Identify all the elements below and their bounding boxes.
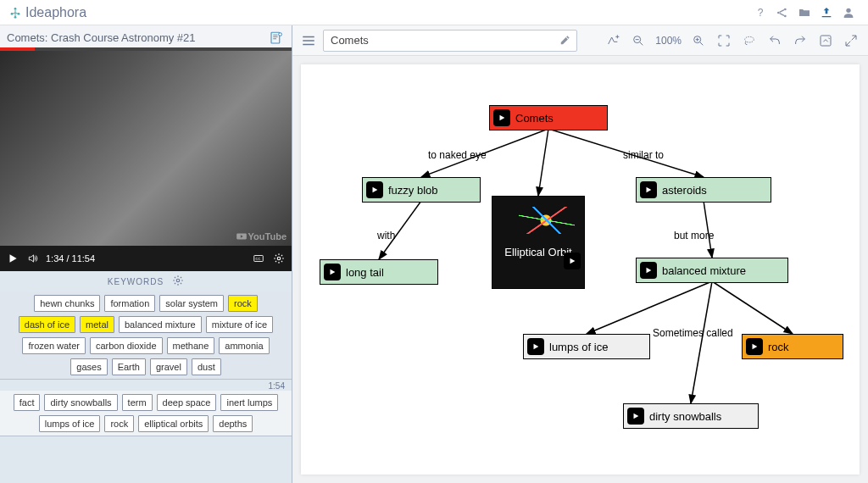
zoom-in-icon[interactable] xyxy=(688,31,709,51)
node-label: dirty snowballs xyxy=(649,410,721,423)
keyword-chip[interactable]: balanced mixture xyxy=(119,316,202,333)
node-comets[interactable]: Comets xyxy=(489,105,608,130)
node-asteroids[interactable]: asteroids xyxy=(636,177,771,203)
keyword-chip[interactable]: metal xyxy=(80,316,114,333)
edit-title-icon[interactable] xyxy=(559,34,571,49)
keyword-chip[interactable]: elliptical orbits xyxy=(138,415,209,432)
edge-label: Sometimes called xyxy=(653,327,733,339)
svg-point-7 xyxy=(784,14,787,17)
node-label: fuzzy blob xyxy=(388,184,438,197)
video-time: 1:34 / 11:54 xyxy=(46,253,95,264)
play-icon[interactable] xyxy=(564,253,581,269)
svg-point-8 xyxy=(846,8,850,12)
keyword-chip[interactable]: gases xyxy=(70,358,107,375)
keyword-chip[interactable]: rock xyxy=(228,295,258,312)
notes-icon[interactable] xyxy=(268,30,285,47)
node-label: balanced mixture xyxy=(662,264,746,277)
concept-map-canvas[interactable]: Cometsfuzzy bloblong tailElliptical Orbi… xyxy=(301,64,860,475)
play-icon[interactable] xyxy=(527,338,544,355)
svg-line-26 xyxy=(691,281,712,403)
node-longtail[interactable]: long tail xyxy=(320,259,438,285)
node-dirty[interactable]: dirty snowballs xyxy=(623,403,759,429)
lasso-icon[interactable] xyxy=(739,31,760,51)
node-fuzzy[interactable]: fuzzy blob xyxy=(362,177,481,203)
zoom-out-icon[interactable] xyxy=(628,31,648,51)
document-title-input[interactable]: Comets xyxy=(323,30,577,52)
help-icon[interactable]: ? xyxy=(749,2,771,24)
volume-icon[interactable] xyxy=(25,251,41,266)
node-orbit[interactable]: Elliptical Orbit xyxy=(492,196,585,289)
node-lumps[interactable]: lumps of ice xyxy=(523,334,650,359)
play-icon[interactable] xyxy=(5,251,20,266)
svg-point-3 xyxy=(14,16,17,19)
edit-icon[interactable] xyxy=(815,31,836,51)
video-progress[interactable] xyxy=(0,47,292,51)
keyword-chip[interactable]: methane xyxy=(167,337,215,354)
keyword-chip[interactable]: dust xyxy=(192,358,221,375)
node-label: rock xyxy=(768,341,789,353)
keyword-chip[interactable]: ammonia xyxy=(219,337,269,354)
captions-icon[interactable]: CC xyxy=(251,251,266,266)
menu-icon[interactable] xyxy=(299,31,318,50)
keyword-chip[interactable]: inert lumps xyxy=(220,394,278,411)
keyword-chip[interactable]: Earth xyxy=(112,358,146,375)
share-icon[interactable] xyxy=(771,2,793,24)
node-balanced[interactable]: balanced mixture xyxy=(636,258,788,283)
play-icon[interactable] xyxy=(640,262,657,279)
keyword-chip[interactable]: mixture of ice xyxy=(206,316,273,333)
keyword-chip[interactable]: fact xyxy=(14,394,41,411)
left-sidebar: Comets: Crash Course Astronomy #21 YouTu… xyxy=(0,25,292,483)
fit-screen-icon[interactable] xyxy=(714,31,734,51)
svg-text:?: ? xyxy=(758,7,764,19)
edge-label: similar to xyxy=(623,149,664,161)
svg-point-6 xyxy=(784,8,787,10)
youtube-watermark: YouTube xyxy=(236,230,287,242)
user-icon[interactable] xyxy=(837,2,860,24)
upload-icon[interactable] xyxy=(815,2,837,24)
svg-line-24 xyxy=(587,281,712,334)
play-icon[interactable] xyxy=(493,109,510,126)
node-label: Comets xyxy=(515,112,554,125)
play-icon[interactable] xyxy=(324,264,341,280)
edge-label: to naked eye xyxy=(428,149,487,161)
video-still xyxy=(0,51,292,246)
video-title: Comets: Crash Course Astronomy #21 xyxy=(7,31,268,44)
keyword-chip[interactable]: deep space xyxy=(157,394,217,411)
node-label: Elliptical Orbit xyxy=(504,246,571,258)
svg-point-13 xyxy=(277,257,281,260)
expand-icon[interactable] xyxy=(841,31,861,51)
svg-point-0 xyxy=(14,8,17,10)
keyword-chip[interactable]: depths xyxy=(213,415,253,432)
undo-icon[interactable] xyxy=(765,31,785,51)
brand-icon xyxy=(8,6,22,19)
brand-name: Ideaphora xyxy=(25,5,86,20)
keyword-chip[interactable]: solar system xyxy=(159,295,224,312)
keyword-chip[interactable]: rock xyxy=(104,415,134,432)
settings-icon[interactable] xyxy=(271,251,287,266)
keyword-chip[interactable]: gravel xyxy=(150,358,187,375)
play-icon[interactable] xyxy=(366,181,383,198)
keyword-chip[interactable]: dirty snowballs xyxy=(44,394,117,411)
node-rock[interactable]: rock xyxy=(742,334,843,359)
keyword-chip[interactable]: frozen water xyxy=(22,337,86,354)
keyword-chip[interactable]: hewn chunks xyxy=(34,295,100,312)
svg-line-20 xyxy=(538,129,548,196)
document-title-text: Comets xyxy=(331,34,369,47)
keyword-chip[interactable]: lumps of ice xyxy=(39,415,101,432)
svg-text:CC: CC xyxy=(256,257,261,261)
keywords-settings-icon[interactable] xyxy=(172,275,184,288)
brand-logo: Ideaphora xyxy=(8,5,86,20)
keyword-chip[interactable]: dash of ice xyxy=(19,316,75,333)
keyword-chip[interactable]: formation xyxy=(104,295,155,312)
svg-point-14 xyxy=(176,279,180,282)
folder-icon[interactable] xyxy=(793,2,815,24)
play-icon[interactable] xyxy=(627,408,644,425)
keyword-chip[interactable]: term xyxy=(122,394,153,411)
node-label: long tail xyxy=(346,266,384,279)
redo-icon[interactable] xyxy=(790,31,810,51)
add-node-icon[interactable] xyxy=(603,31,623,51)
keyword-chip[interactable]: carbon dioxide xyxy=(90,337,163,354)
play-icon[interactable] xyxy=(640,181,657,198)
video-player[interactable]: YouTube 1:34 / 11:54 CC xyxy=(0,51,292,271)
play-icon[interactable] xyxy=(746,338,763,355)
